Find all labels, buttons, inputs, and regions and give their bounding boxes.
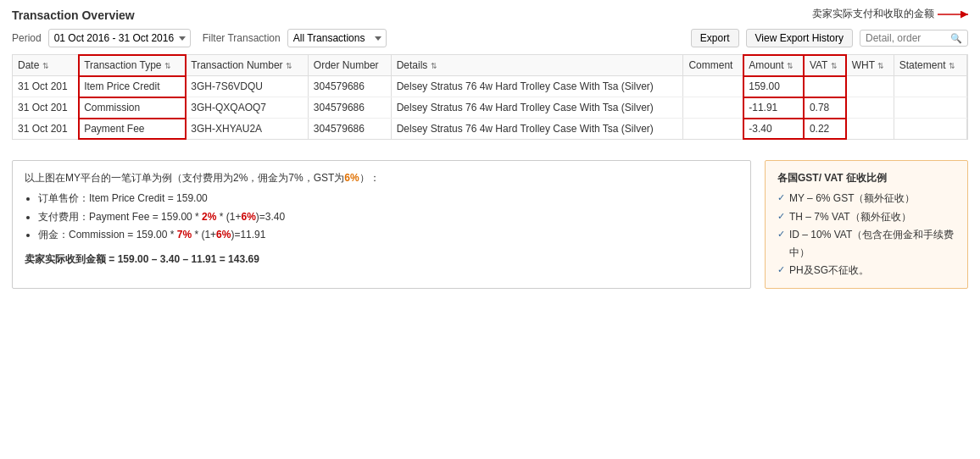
table-row: 31 Oct 201 Payment Fee 3GH-XHYAU2A 30457… bbox=[13, 119, 967, 140]
list-item-price: 订单售价：Item Price Credit = 159.00 bbox=[38, 190, 738, 207]
view-history-button[interactable]: View Export History bbox=[746, 29, 853, 47]
tax-item-id: ID – 10% VAT（包含在佣金和手续费中） bbox=[777, 226, 955, 261]
tax-item-th: TH – 7% VAT（额外征收） bbox=[777, 208, 955, 225]
cell-details: Delsey Stratus 76 4w Hard Trolley Case W… bbox=[391, 97, 683, 119]
cell-wht bbox=[846, 76, 894, 97]
cell-details: Delsey Stratus 76 4w Hard Trolley Case W… bbox=[391, 76, 683, 97]
period-select[interactable]: 01 Oct 2016 - 31 Oct 2016 bbox=[48, 29, 191, 47]
col-statement: Statement ⇅ bbox=[894, 55, 966, 76]
export-button[interactable]: Export bbox=[691, 29, 739, 47]
cell-type: Commission bbox=[79, 97, 186, 119]
col-comment: Comment bbox=[683, 55, 743, 76]
col-amount: Amount ⇅ bbox=[743, 55, 805, 76]
filter-select[interactable]: All Transactions bbox=[287, 29, 387, 47]
right-tax-box: 各国GST/ VAT 征收比例 MY – 6% GST（额外征收） TH – 7… bbox=[765, 160, 968, 289]
cell-date: 31 Oct 201 bbox=[13, 76, 79, 97]
cell-date: 31 Oct 201 bbox=[13, 97, 79, 119]
period-label: Period bbox=[12, 32, 42, 44]
cell-statement bbox=[894, 97, 966, 119]
cell-type: Payment Fee bbox=[79, 119, 186, 140]
col-vat: VAT ⇅ bbox=[804, 55, 846, 76]
filter-label: Filter Transaction bbox=[203, 32, 281, 44]
cell-vat: 0.22 bbox=[804, 119, 846, 140]
search-box[interactable]: 🔍 bbox=[860, 30, 968, 47]
cell-statement bbox=[894, 119, 966, 140]
cell-comment bbox=[683, 76, 743, 97]
cell-number: 3GH-QXQAOQ7 bbox=[186, 97, 309, 119]
col-wht: WHT ⇅ bbox=[846, 55, 894, 76]
table-row: 31 Oct 201 Item Price Credit 3GH-7S6VDQU… bbox=[13, 76, 967, 97]
col-number: Transaction Number ⇅ bbox=[186, 55, 309, 76]
cell-vat: 0.78 bbox=[804, 97, 846, 119]
cell-order: 304579686 bbox=[308, 119, 391, 140]
cell-number: 3GH-XHYAU2A bbox=[186, 119, 309, 140]
cell-comment bbox=[683, 97, 743, 119]
search-icon: 🔍 bbox=[950, 33, 962, 44]
cell-type: Item Price Credit bbox=[79, 76, 186, 97]
left-box-intro: 以上图在MY平台的一笔订单为例（支付费用为2%，佣金为7%，GST为6%）： bbox=[25, 169, 738, 186]
col-date: Date ⇅ bbox=[13, 55, 79, 76]
cell-wht bbox=[846, 119, 894, 140]
col-type: Transaction Type ⇅ bbox=[79, 55, 186, 76]
cell-order: 304579686 bbox=[308, 76, 391, 97]
cell-vat bbox=[804, 76, 846, 97]
list-item-payment: 支付费用：Payment Fee = 159.00 * 2% * (1+6%)=… bbox=[38, 208, 738, 225]
cell-amount: -11.91 bbox=[743, 97, 805, 119]
cell-wht bbox=[846, 97, 894, 119]
cell-number: 3GH-7S6VDQU bbox=[186, 76, 309, 97]
col-details: Details ⇅ bbox=[391, 55, 683, 76]
top-annotation: 卖家实际支付和收取的金额 bbox=[812, 7, 934, 21]
cell-order: 304579686 bbox=[308, 97, 391, 119]
cell-amount: -3.40 bbox=[743, 119, 805, 140]
summary-line: 卖家实际收到金额 = 159.00 – 3.40 – 11.91 = 143.6… bbox=[25, 251, 738, 268]
left-explanation-box: 以上图在MY平台的一笔订单为例（支付费用为2%，佣金为7%，GST为6%）： 订… bbox=[12, 160, 751, 289]
tax-item-ph: PH及SG不征收。 bbox=[777, 262, 955, 279]
cell-date: 31 Oct 201 bbox=[13, 119, 79, 140]
search-input[interactable] bbox=[866, 32, 950, 44]
right-box-title: 各国GST/ VAT 征收比例 bbox=[777, 169, 955, 186]
col-order: Order Number bbox=[308, 55, 391, 76]
cell-details: Delsey Stratus 76 4w Hard Trolley Case W… bbox=[391, 119, 683, 140]
cell-statement bbox=[894, 76, 966, 97]
list-item-commission: 佣金：Commission = 159.00 * 7% * (1+6%)=11.… bbox=[38, 226, 738, 243]
table-row: 31 Oct 201 Commission 3GH-QXQAOQ7 304579… bbox=[13, 97, 967, 119]
cell-amount: 159.00 bbox=[743, 76, 805, 97]
tax-item-my: MY – 6% GST（额外征收） bbox=[777, 190, 955, 207]
cell-comment bbox=[683, 119, 743, 140]
